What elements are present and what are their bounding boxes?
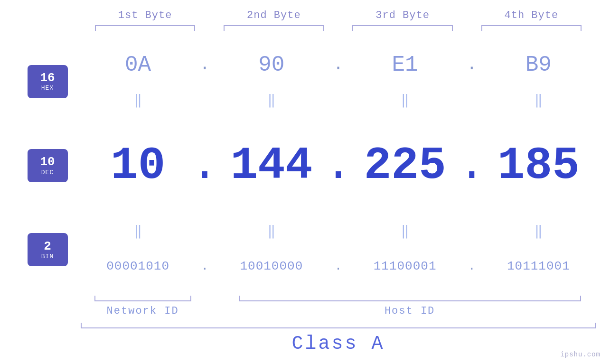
bin-number: 2 (44, 240, 51, 253)
hex-val-3: E1 (392, 53, 418, 77)
dec-val-3: 225 (364, 140, 446, 192)
class-bracket (81, 323, 596, 328)
eq3: ‖ (401, 92, 409, 108)
class-label: Class A (291, 333, 385, 355)
eq7: ‖ (401, 223, 409, 239)
dot-dec-2: . (329, 140, 348, 192)
dec-number: 10 (40, 155, 55, 169)
dot-hex-2: . (329, 55, 348, 75)
hex-label: HEX (41, 84, 54, 92)
bracket-top-1 (95, 25, 196, 31)
eq1: ‖ (134, 92, 142, 108)
bin-val-1: 00001010 (106, 259, 169, 273)
bottom-brackets (81, 296, 596, 301)
bytes-grid: 0A . 90 . E1 . B9 ‖ ‖ ‖ ‖ 10 . (81, 39, 596, 292)
bottom-section: Network ID Host ID Class A (14, 296, 596, 355)
hex-number: 16 (40, 71, 55, 85)
bin-val-4: 10111001 (507, 259, 570, 273)
bin-val-3: 11100001 (374, 259, 437, 273)
byte3-header: 3rd Byte (338, 9, 467, 21)
byte1-header: 1st Byte (81, 9, 209, 21)
hex-val-4: B9 (526, 53, 552, 77)
content-area: 16 HEX 10 DEC 2 BIN 0A . 90 . E1 . B9 (14, 39, 596, 292)
eq6: ‖ (267, 223, 275, 239)
main-container: 1st Byte 2nd Byte 3rd Byte 4th Byte 16 H… (0, 0, 610, 364)
bin-val-2: 10010000 (240, 259, 303, 273)
byte-headers: 1st Byte 2nd Byte 3rd Byte 4th Byte (14, 9, 596, 21)
bracket-top-4 (481, 25, 582, 31)
dot-bin-1: . (195, 259, 214, 273)
bracket-bottom-host (239, 296, 581, 301)
top-brackets (14, 25, 596, 31)
label-column: 16 HEX 10 DEC 2 BIN (14, 39, 81, 292)
dot-bin-2: . (329, 259, 348, 273)
dec-label: DEC (41, 169, 54, 176)
id-labels: Network ID Host ID (81, 305, 596, 317)
dot-hex-1: . (195, 55, 214, 75)
watermark: ipshu.com (560, 351, 601, 358)
network-id-label: Network ID (81, 305, 205, 317)
equals-row-2: ‖ ‖ ‖ ‖ (81, 222, 596, 241)
host-id-label: Host ID (224, 305, 596, 317)
dec-val-1: 10 (111, 140, 165, 192)
byte2-header: 2nd Byte (209, 9, 338, 21)
class-bracket-row (81, 323, 596, 328)
dec-badge: 10 DEC (28, 149, 68, 182)
bin-label: BIN (41, 253, 54, 260)
hex-val-1: 0A (125, 53, 151, 77)
bracket-top-3 (352, 25, 453, 31)
dot-dec-1: . (195, 140, 214, 192)
byte4-header: 4th Byte (467, 9, 596, 21)
bracket-bottom-network (94, 296, 191, 301)
eq2: ‖ (267, 92, 275, 108)
dec-val-4: 185 (497, 140, 580, 192)
hex-row: 0A . 90 . E1 . B9 (81, 39, 596, 91)
eq4: ‖ (535, 92, 543, 108)
bin-row: 00001010 . 10010000 . 11100001 . 1011100… (81, 241, 596, 292)
class-label-row: Class A (81, 333, 596, 355)
dec-row: 10 . 144 . 225 . 185 (81, 110, 596, 222)
equals-row-1: ‖ ‖ ‖ ‖ (81, 91, 596, 110)
hex-val-2: 90 (258, 53, 284, 77)
dot-dec-3: . (462, 140, 481, 192)
eq8: ‖ (535, 223, 543, 239)
bin-badge: 2 BIN (28, 233, 68, 266)
eq5: ‖ (134, 223, 142, 239)
bracket-top-2 (224, 25, 324, 31)
dot-hex-3: . (462, 55, 481, 75)
dot-bin-3: . (462, 259, 481, 273)
hex-badge: 16 HEX (28, 65, 68, 98)
dec-val-2: 144 (230, 140, 312, 192)
